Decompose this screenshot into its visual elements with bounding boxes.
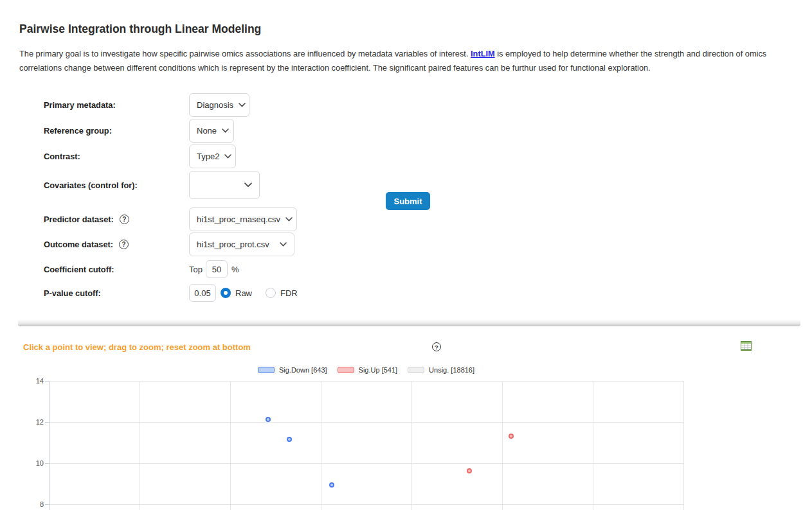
coefficient-cutoff-input[interactable]: [206, 260, 228, 278]
section-divider: [18, 320, 800, 326]
form-row-outcome-dataset: Outcome dataset: ? hi1st_proc_prot.csv: [44, 233, 294, 256]
unsig-swatch: [408, 367, 424, 373]
chevron-down-icon: [224, 154, 231, 159]
page-description: The primary goal is to investigate how s…: [19, 47, 798, 75]
page-title: Pairwise Integration through Linear Mode…: [19, 22, 261, 36]
reference-group-label: Reference group:: [44, 126, 189, 136]
grid-hline: [50, 463, 683, 464]
primary-metadata-value: Diagnosis: [197, 100, 233, 110]
outcome-dataset-label: Outcome dataset: ?: [44, 240, 189, 249]
form-row-primary-metadata: Primary metadata: Diagnosis: [44, 93, 249, 117]
grid-hline: [50, 504, 683, 505]
chart-help-question-icon[interactable]: ?: [432, 342, 441, 351]
y-tick-mark: [45, 463, 49, 464]
chevron-down-icon: [244, 182, 252, 188]
contrast-label: Contrast:: [44, 152, 189, 161]
y-tick-label: 14: [24, 377, 44, 385]
pvalue-cutoff-input[interactable]: [189, 284, 216, 302]
chevron-down-icon: [285, 217, 293, 222]
grid-vline: [683, 381, 684, 510]
intlim-link[interactable]: IntLIM: [471, 49, 495, 58]
predictor-dataset-select[interactable]: hi1st_proc_rnaseq.csv: [189, 207, 297, 231]
contrast-select[interactable]: Type2: [189, 145, 236, 168]
form-row-coefficient-cutoff: Coefficient cutoff: Top %: [44, 260, 239, 278]
y-tick-label: 8: [24, 500, 44, 508]
coefficient-cutoff-prefix: Top: [189, 265, 203, 274]
page: Pairwise Integration through Linear Mode…: [0, 0, 812, 510]
coefficient-cutoff-suffix: %: [231, 265, 239, 274]
fdr-radio[interactable]: [266, 288, 276, 298]
primary-metadata-label: Primary metadata:: [44, 100, 189, 110]
raw-radio[interactable]: [221, 288, 231, 298]
sig-up-label: Sig.Up [541]: [359, 366, 398, 374]
grid-vline: [502, 381, 503, 510]
form-row-covariates: Covariates (control for):: [44, 171, 260, 199]
y-tick-label: 10: [24, 459, 44, 467]
coefficient-cutoff-label: Coefficient cutoff:: [44, 265, 189, 274]
help-question-icon[interactable]: ?: [119, 240, 129, 249]
predictor-dataset-value: hi1st_proc_rnaseq.csv: [197, 215, 280, 224]
grid-vline: [411, 381, 412, 510]
covariates-select[interactable]: [189, 171, 260, 199]
y-tick-mark: [45, 381, 49, 382]
grid-vline: [230, 381, 231, 510]
outcome-dataset-select[interactable]: hi1st_proc_prot.csv: [189, 233, 294, 256]
form-row-reference-group: Reference group: None: [44, 119, 234, 143]
data-table-icon[interactable]: [741, 341, 752, 353]
legend-item-sig-down[interactable]: Sig.Down [643]: [258, 366, 327, 374]
chevron-down-icon: [222, 128, 229, 133]
help-question-icon[interactable]: ?: [120, 215, 129, 224]
predictor-dataset-label: Predictor dataset: ?: [44, 215, 189, 224]
scatter-plot-area[interactable]: [49, 381, 683, 510]
fdr-radio-label: FDR: [280, 288, 298, 298]
sig-down-label: Sig.Down [643]: [279, 366, 327, 374]
y-tick-mark: [45, 504, 49, 505]
form-row-contrast: Contrast: Type2: [44, 145, 236, 168]
sig-down-swatch: [258, 367, 275, 373]
sig-up-swatch: [338, 367, 354, 373]
scatter-point-sigdown[interactable]: [329, 482, 334, 488]
chart-hint: Click a point to view; drag to zoom; res…: [23, 342, 251, 352]
outcome-dataset-label-text: Outcome dataset:: [44, 240, 113, 249]
reference-group-value: None: [197, 126, 217, 136]
form-row-predictor-dataset: Predictor dataset: ? hi1st_proc_rnaseq.c…: [44, 207, 297, 231]
grid-vline: [593, 381, 593, 510]
scatter-point-sigup[interactable]: [467, 468, 472, 473]
grid-vline: [140, 381, 140, 510]
chart-legend: Sig.Down [643] Sig.Up [541] Unsig. [1881…: [49, 366, 683, 374]
contrast-value: Type2: [197, 152, 219, 161]
legend-item-sig-up[interactable]: Sig.Up [541]: [338, 366, 398, 374]
grid-hline: [50, 381, 683, 382]
grid-vline: [321, 381, 321, 510]
form-row-pvalue-cutoff: P-value cutoff: Raw FDR: [44, 284, 298, 302]
legend-item-unsig[interactable]: Unsig. [18816]: [408, 366, 474, 374]
pvalue-cutoff-label: P-value cutoff:: [44, 288, 189, 298]
raw-radio-label: Raw: [235, 288, 252, 298]
description-text-1: The primary goal is to investigate how s…: [19, 49, 471, 58]
predictor-dataset-label-text: Predictor dataset:: [44, 215, 114, 224]
outcome-dataset-value: hi1st_proc_prot.csv: [197, 240, 269, 249]
chevron-down-icon: [239, 103, 246, 107]
y-tick-label: 12: [24, 418, 44, 426]
primary-metadata-select[interactable]: Diagnosis: [189, 93, 249, 117]
submit-button[interactable]: Submit: [386, 192, 430, 210]
unsig-label: Unsig. [18816]: [429, 366, 474, 374]
scatter-point-sigdown[interactable]: [287, 437, 292, 442]
scatter-point-sigup[interactable]: [509, 434, 514, 439]
grid-hline: [50, 422, 683, 423]
reference-group-select[interactable]: None: [189, 119, 234, 143]
covariates-label: Covariates (control for):: [44, 180, 189, 190]
chevron-down-icon: [280, 242, 287, 247]
y-tick-mark: [45, 422, 49, 423]
